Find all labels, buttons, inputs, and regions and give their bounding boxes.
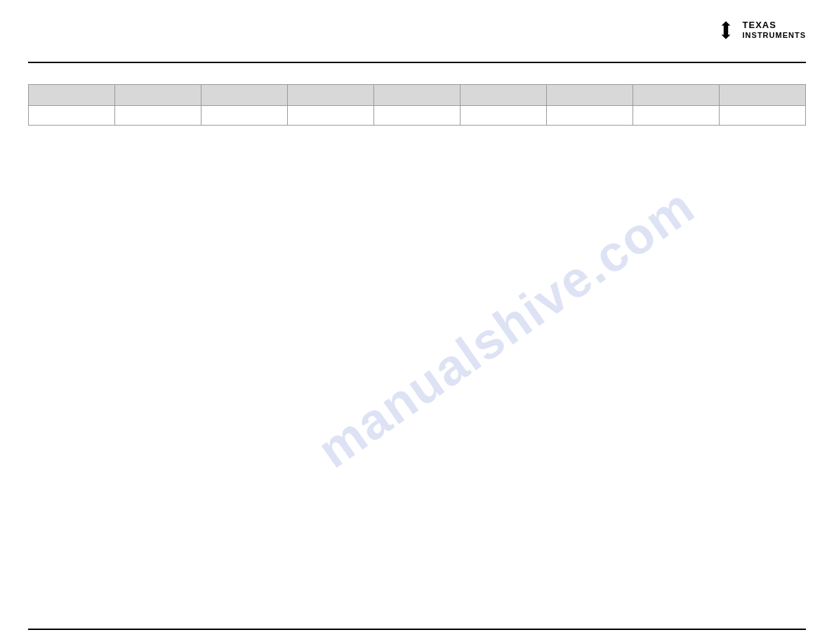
page-container: TEXAS INSTRUMENTS (0, 0, 834, 644)
top-rule (28, 62, 806, 63)
data-table (28, 84, 806, 126)
col-header-9 (720, 85, 806, 106)
cell-1-3 (201, 106, 288, 126)
ti-logo: TEXAS INSTRUMENTS (715, 19, 806, 41)
col-header-7 (547, 85, 633, 106)
bottom-rule (28, 629, 806, 630)
cell-1-1 (29, 106, 115, 126)
col-header-2 (115, 85, 201, 106)
col-header-4 (288, 85, 374, 106)
col-header-8 (633, 85, 720, 106)
cell-1-7 (547, 106, 633, 126)
table-area (28, 84, 806, 126)
cell-1-8 (633, 106, 720, 126)
brand-line1: TEXAS (743, 20, 806, 31)
col-header-6 (461, 85, 547, 106)
brand-line2: INSTRUMENTS (743, 31, 806, 40)
col-header-3 (201, 85, 288, 106)
cell-1-6 (461, 106, 547, 126)
col-header-5 (374, 85, 461, 106)
cell-1-2 (115, 106, 201, 126)
header: TEXAS INSTRUMENTS (694, 0, 834, 53)
cell-1-9 (720, 106, 806, 126)
table-row (29, 106, 806, 126)
ti-logo-icon (715, 19, 737, 41)
table-header-row (29, 85, 806, 106)
ti-logo-text: TEXAS INSTRUMENTS (743, 20, 806, 40)
col-header-1 (29, 85, 115, 106)
cell-1-5 (374, 106, 461, 126)
cell-1-4 (288, 106, 374, 126)
watermark: manualshive.com (307, 177, 706, 479)
